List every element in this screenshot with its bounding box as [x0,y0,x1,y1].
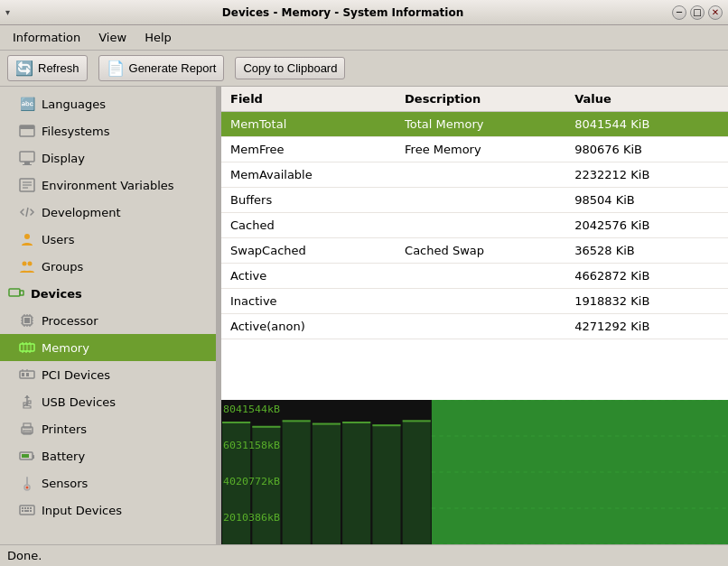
sidebar-item-input[interactable]: Input Devices [0,496,216,524]
sidebar-item-development[interactable]: Development [0,199,216,226]
cell-field: MemTotal [221,112,396,137]
sidebar-item-groups[interactable]: Groups [0,253,216,280]
table-row[interactable]: MemFreeFree Memory980676 KiB [221,137,728,162]
cell-description [396,188,565,213]
sidebar-item-memory[interactable]: Memory [0,334,216,361]
close-button[interactable]: ✕ [708,5,723,20]
svg-rect-61 [22,510,23,512]
svg-rect-90 [403,420,431,544]
cell-field: SwapCached [221,238,396,264]
filesystems-icon [18,122,36,140]
menubar: Information View Help [0,25,728,51]
status-text: Done. [7,549,42,562]
svg-point-11 [23,262,27,266]
main-layout: 🔤LanguagesFilesystemsDisplayEnvironment … [0,87,728,544]
table-row[interactable]: Cached2042576 KiB [221,213,728,238]
development-icon [18,203,36,221]
table-row[interactable]: SwapCachedCached Swap36528 KiB [221,238,728,264]
svg-line-9 [26,208,28,217]
chart-svg: 8041544kB6031158kB4020772kB2010386kB [221,400,728,544]
memory-table: Field Description Value MemTotalTotal Me… [221,87,728,339]
sidebar-item-pci[interactable]: PCI Devices [0,361,216,388]
sidebar-item-label-pci: PCI Devices [42,368,110,382]
refresh-button[interactable]: 🔄 Refresh [7,55,88,81]
sidebar-item-battery[interactable]: Battery [0,442,216,469]
svg-rect-4 [23,164,32,165]
menu-information[interactable]: Information [5,28,88,47]
printers-icon [18,420,36,438]
refresh-label: Refresh [38,61,79,75]
sidebar-item-languages[interactable]: 🔤Languages [0,90,216,117]
content-area: Field Description Value MemTotalTotal Me… [221,87,728,544]
col-field: Field [221,87,396,112]
svg-rect-62 [24,510,29,512]
sidebar-item-label-display: Display [42,152,85,165]
svg-rect-40 [22,373,24,376]
sidebar-item-label-memory: Memory [42,341,89,355]
table-row[interactable]: Inactive1918832 KiB [221,289,728,314]
svg-rect-59 [27,507,29,509]
sidebar-item-sensors[interactable]: Sensors [0,469,216,496]
statusbar: Done. [0,544,728,566]
cell-value: 2232212 KiB [565,162,728,188]
svg-text:6031158kB: 6031158kB [223,439,280,451]
sidebar-item-label-groups: Groups [42,260,83,274]
sidebar-item-label-input: Input Devices [42,504,122,517]
sidebar-item-usb[interactable]: USB Devices [0,388,216,415]
sidebar-item-printers[interactable]: Printers [0,415,216,442]
table-row[interactable]: MemAvailable2232212 KiB [221,162,728,188]
table-row[interactable]: Buffers98504 KiB [221,188,728,213]
table-row[interactable]: Active(anon)4271292 KiB [221,314,728,339]
svg-rect-51 [33,455,34,459]
sidebar-item-label-printers: Printers [42,422,87,436]
cell-description [396,264,565,289]
sidebar-item-envvars[interactable]: Environment Variables [0,172,216,199]
svg-rect-63 [30,510,32,512]
cell-description [396,289,565,314]
sidebar-item-label-processor: Processor [42,314,98,328]
cell-description: Total Memory [396,112,565,137]
input-icon [18,501,36,519]
sidebar-item-label-usb: USB Devices [42,395,116,409]
sidebar-item-label-languages: Languages [42,97,106,111]
svg-rect-13 [9,289,20,296]
users-icon [18,230,36,248]
col-value: Value [565,87,728,112]
generate-report-button[interactable]: 📄 Generate Report [98,55,225,81]
restore-button[interactable]: □ [690,5,705,20]
menu-help[interactable]: Help [137,28,179,47]
clipboard-label: Copy to Clipboard [243,61,337,75]
cell-description [396,314,565,339]
svg-rect-16 [24,318,30,323]
window-menu-icon[interactable]: ▾ [5,7,10,17]
sidebar-item-label-battery: Battery [42,450,85,463]
sidebar-item-filesystems[interactable]: Filesystems [0,117,216,144]
sidebar-category-devices[interactable]: Devices [0,280,216,307]
svg-rect-57 [22,507,23,509]
svg-rect-52 [22,454,29,458]
svg-rect-1 [20,125,34,129]
table-row[interactable]: MemTotalTotal Memory8041544 KiB [221,112,728,137]
cell-description: Cached Swap [396,238,565,264]
svg-text:4020772kB: 4020772kB [223,475,280,487]
languages-icon: 🔤 [18,95,36,113]
cell-value: 4271292 KiB [565,314,728,339]
sensors-icon [18,474,36,492]
minimize-button[interactable]: ─ [672,5,686,20]
generate-label: Generate Report [129,61,217,75]
memory-chart: 8041544kB6031158kB4020772kB2010386kB [221,400,728,544]
cell-field: MemAvailable [221,162,396,188]
titlebar: ▾ Devices - Memory - System Information … [0,0,728,25]
clipboard-button[interactable]: Copy to Clipboard [235,57,345,79]
svg-point-12 [28,262,33,266]
pci-icon [18,366,36,384]
table-row[interactable]: Active4662872 KiB [221,264,728,289]
cell-description: Free Memory [396,137,565,162]
menu-view[interactable]: View [91,28,134,47]
sidebar: 🔤LanguagesFilesystemsDisplayEnvironment … [0,87,217,544]
col-description: Description [396,87,565,112]
sidebar-item-users[interactable]: Users [0,226,216,253]
svg-rect-89 [372,424,400,426]
sidebar-item-processor[interactable]: Processor [0,307,216,334]
sidebar-item-display[interactable]: Display [0,144,216,172]
